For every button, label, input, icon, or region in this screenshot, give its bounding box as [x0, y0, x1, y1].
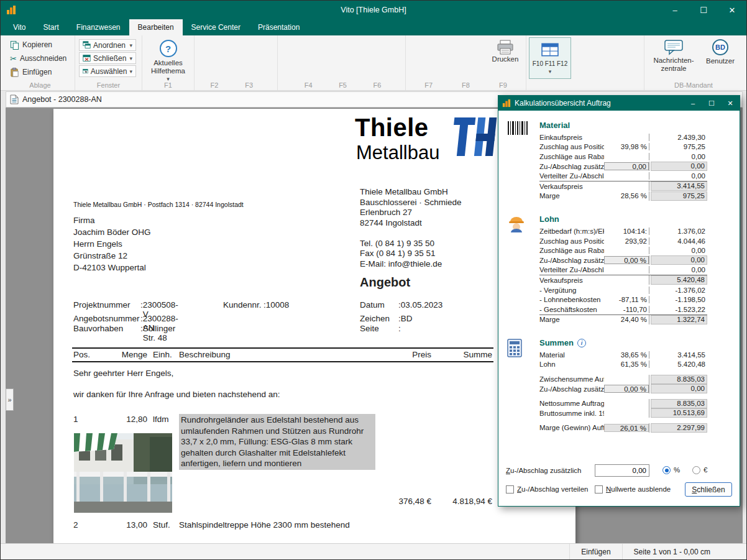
app-window: Vito [Thiele GmbH] – ☐ ✕ VitoStartFinanz… [0, 0, 747, 560]
ribbon-group-f1: ? Aktuelles Hilfethema ▾ F1 [142, 35, 195, 90]
window-controls: – ☐ ✕ [661, 1, 746, 19]
user-badge-icon: BD [712, 39, 728, 55]
tab-vito[interactable]: Vito [4, 19, 34, 35]
calc-percent-value: 38,65 % [604, 351, 649, 359]
calc-value: 1.322,74 [651, 315, 707, 324]
calc-row: - Geschäftskosten-110,70-1.523,22 [539, 305, 707, 314]
tab-service-center[interactable]: Service Center [183, 19, 249, 35]
cascade-windows-icon [83, 41, 91, 49]
statusbar: Einfügen Seite 1 von 1 - 0,00 cm [1, 543, 746, 559]
dialog-close-icon[interactable]: ✕ [721, 96, 740, 111]
calc-row: Lohn61,35 %5.420,48 [539, 360, 707, 370]
chevron-down-icon: ▾ [129, 42, 132, 48]
calc-row: Zuschlag aus Positionen293,924.044,46 [539, 236, 707, 246]
calc-percent-value: 293,92 [604, 237, 649, 245]
anordnen-button[interactable]: Anordnen ▾ [79, 39, 136, 51]
window-grid-icon [541, 42, 559, 57]
auswaehlen-button[interactable]: Auswählen ▾ [79, 65, 136, 77]
benutzer-button[interactable]: BD Benutzer [702, 37, 739, 65]
ausschneiden-label: Ausschneiden [20, 54, 66, 63]
calc-row-label: Bruttosumme inkl. 19,00 % MwSt. [539, 410, 604, 417]
calc-row-label: Lohn [539, 360, 604, 368]
calc-row: Zwischensumme Auftrag8.835,03 [539, 374, 707, 384]
tab-bearbeiten[interactable]: Bearbeiten [129, 19, 183, 35]
dialog-minimize-icon[interactable]: – [684, 96, 702, 111]
calc-value: 0,00 [651, 162, 707, 171]
table-rule-top [72, 347, 493, 349]
value-column: 3.414,55 [649, 351, 707, 359]
tab-finanzwesen[interactable]: Finanzwesen [68, 19, 129, 35]
calc-value: -1.198,50 [651, 296, 707, 303]
group-label-f6: F6 [373, 81, 381, 89]
calc-row-label: Verteilter Zu-/Abschlag [539, 266, 604, 273]
adjust-input[interactable] [595, 464, 649, 477]
value-column: 0,00 [649, 266, 707, 273]
calc-value: 975,25 [651, 143, 707, 150]
calc-percent-value: 28,56 % [604, 192, 649, 200]
kopieren-button[interactable]: Kopieren [6, 38, 75, 52]
radio-euro[interactable] [692, 466, 700, 474]
fkeys-button[interactable]: F10 F11 F12 ▾ [529, 37, 571, 79]
drucken-button[interactable]: Drucken [487, 37, 524, 63]
titlebar: Vito [Thiele GmbH] – ☐ ✕ [1, 1, 746, 19]
calc-row-label: Zu-/Abschlag zusätzlich [539, 385, 604, 393]
scissors-icon: ✂ [10, 55, 17, 63]
close-icon[interactable]: ✕ [718, 1, 746, 19]
dialog-titlebar[interactable]: Kalkulationsübersicht Auftrag – ☐ ✕ [498, 96, 740, 111]
maximize-icon[interactable]: ☐ [689, 1, 718, 19]
position-quantity: 12,80 [112, 415, 147, 424]
hilfethema-button[interactable]: ? Aktuelles Hilfethema ▾ [142, 38, 194, 83]
nachrichtenzentrale-button[interactable]: Nachrichten-zentrale [648, 37, 699, 73]
document-window-title: Angebot - 2300288-AN [22, 95, 102, 104]
calc-row-label: Einkaufspreis [539, 134, 604, 141]
checkbox-distribute[interactable] [506, 485, 514, 493]
sender-line: Thiele Metallbau GmbH · Postfach 1314 · … [73, 201, 244, 208]
calc-value: 10.513,69 [651, 408, 707, 418]
einfuegen-button[interactable]: Einfügen [6, 65, 75, 79]
schliessen-button[interactable]: Schließen ▾ [79, 52, 136, 64]
company-address-block: Thiele Metallbau GmbHBauschlosserei · Sc… [360, 187, 462, 269]
radio-percent[interactable] [662, 466, 671, 474]
radio-euro-label: € [703, 466, 707, 474]
minimize-icon[interactable]: – [661, 1, 689, 19]
calc-percent-value: 24,40 % [604, 316, 649, 323]
group-label-f4: F4 [305, 81, 313, 89]
col-header-pos: Pos. [73, 350, 90, 359]
chevron-down-icon: ▾ [549, 68, 552, 76]
value-column: 1.376,02 [649, 227, 707, 235]
calc-row-label: Zuschläge aus Rabattpos. [539, 247, 604, 254]
position-description-highlighted: Rundrohrgeländer aus Edelstahl bestehend… [179, 414, 375, 470]
anordnen-label: Anordnen [93, 41, 126, 50]
info-icon[interactable]: i [577, 339, 586, 347]
tab-start[interactable]: Start [34, 19, 67, 35]
calc-row: Zu-/Abschlag zusätzlich0,00 %0,00 [539, 255, 707, 265]
checkbox-hide-zero[interactable] [595, 485, 603, 493]
calc-value: 0,00 [651, 384, 707, 393]
kopieren-label: Kopieren [22, 40, 52, 49]
value-column: 2.297,99 [649, 423, 707, 433]
calc-row: Verteilter Zu-/Abschlag0,00 [539, 265, 707, 275]
company-logo-line1: Thiele [355, 114, 429, 142]
calc-adjust-input[interactable]: 0,00 % [604, 385, 649, 393]
calc-value: 3.414,55 [651, 181, 707, 191]
dialog-maximize-icon[interactable]: ☐ [702, 96, 721, 111]
tab-pr-sentation[interactable]: Präsentation [249, 19, 308, 35]
calc-adjust-input[interactable]: 0,00 % [604, 256, 649, 264]
sidebar-expand-toggle[interactable]: » [6, 388, 14, 411]
calc-adjust-input[interactable]: 0,00 [604, 162, 649, 170]
calc-value: 8.835,03 [651, 399, 707, 408]
ausschneiden-button[interactable]: ✂ Ausschneiden [6, 52, 75, 65]
company-line: Tel. (0 84 1) 9 35 50 [360, 239, 462, 249]
calc-row: - Vergütung-1.376,02 [539, 285, 707, 295]
calc-value: 8.835,03 [651, 375, 707, 384]
kunde-value: : 10008 [264, 300, 266, 310]
company-line: Fax (0 84 1) 9 35 51 [360, 249, 462, 259]
value-column: 4.044,46 [649, 237, 707, 245]
calc-row-label: Zuschlag aus Positionen [539, 237, 604, 245]
schliessen-dialog-button[interactable]: Schließen [685, 482, 732, 497]
position-description: Stahlspindeltreppe Höhe 2300 mm bestehen… [179, 520, 440, 530]
position-unit-price: 376,48 € [377, 497, 431, 506]
document-type-heading: Angebot [360, 275, 410, 290]
insert-mode-indicator: Einfügen [569, 544, 621, 559]
calc-row: Zuschläge aus Rabattpos.0,00 [539, 246, 707, 255]
